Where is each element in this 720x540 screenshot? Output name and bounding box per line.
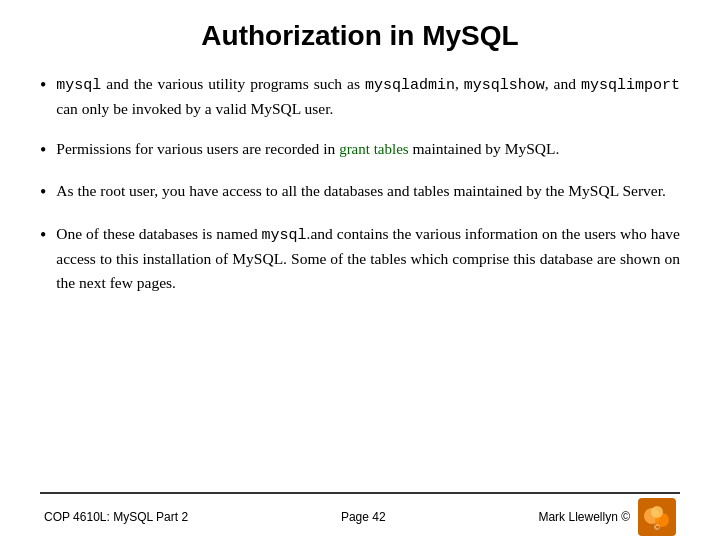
bullet-dot-2: • (40, 138, 46, 163)
logo-icon: © (638, 498, 676, 536)
code-mysqladmin: mysqladmin (365, 77, 455, 94)
text-1a: and the various utility programs such as (106, 75, 365, 92)
code-mysqlimport: mysqlimport (581, 77, 680, 94)
code-mysqlshow: mysqlshow (464, 77, 545, 94)
bullet-text-2: Permissions for various users are record… (56, 137, 680, 161)
bullet-item-1: • mysql and the various utility programs… (40, 72, 680, 121)
code-mysql-2: mysql (262, 227, 307, 244)
footer: COP 4610L: MySQL Part 2 Page 42 Mark Lle… (40, 492, 680, 540)
text-1d: can only be invoked by a valid MySQL use… (56, 100, 333, 117)
text-4a: One of these databases is named (56, 225, 261, 242)
bullet-item-4: • One of these databases is named mysql.… (40, 222, 680, 295)
code-mysql-1: mysql (56, 77, 101, 94)
slide: Authorization in MySQL • mysql and the v… (0, 0, 720, 540)
bullet-text-4: One of these databases is named mysql.an… (56, 222, 680, 295)
bullet-item-3: • As the root user, you have access to a… (40, 179, 680, 205)
text-2b: maintained by MySQL. (409, 140, 560, 157)
footer-right: Mark Llewellyn © © (538, 498, 676, 536)
footer-center: Page 42 (341, 510, 386, 524)
bullet-item-2: • Permissions for various users are reco… (40, 137, 680, 163)
grant-tables-text: grant tables (339, 141, 409, 157)
text-1c: , and (545, 75, 581, 92)
bullet-dot-4: • (40, 223, 46, 248)
footer-left: COP 4610L: MySQL Part 2 (44, 510, 188, 524)
text-2a: Permissions for various users are record… (56, 140, 339, 157)
slide-title: Authorization in MySQL (40, 20, 680, 52)
content-area: • mysql and the various utility programs… (40, 72, 680, 484)
bullet-dot-1: • (40, 73, 46, 98)
bullet-text-3: As the root user, you have access to all… (56, 179, 680, 203)
text-1b: , (455, 75, 464, 92)
text-3a: As the root user, you have access to all… (56, 182, 666, 199)
bullet-text-1: mysql and the various utility programs s… (56, 72, 680, 121)
svg-point-3 (651, 506, 663, 518)
footer-author: Mark Llewellyn © (538, 510, 630, 524)
bullet-dot-3: • (40, 180, 46, 205)
svg-text:©: © (654, 523, 660, 532)
